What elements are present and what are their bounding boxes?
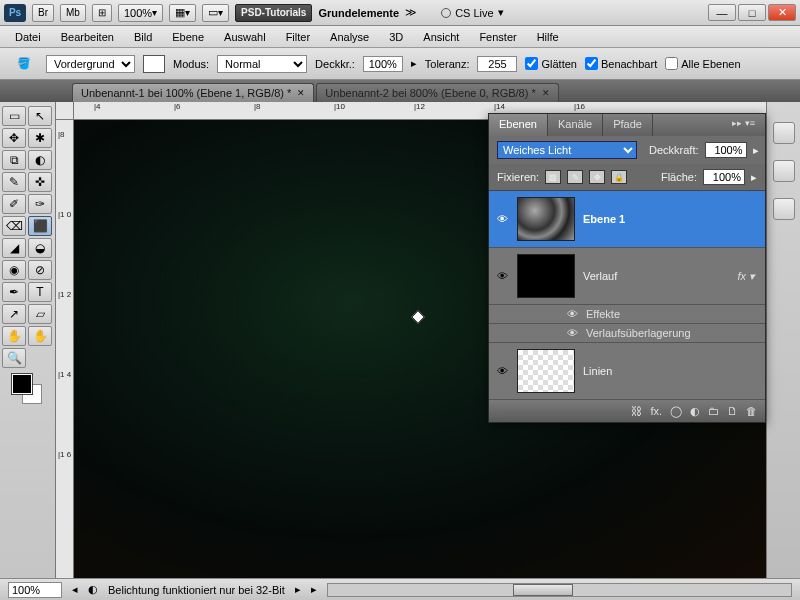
fx-badge-icon[interactable]: fx ▾	[737, 270, 755, 283]
layer-effects-header[interactable]: 👁Effekte	[489, 305, 765, 324]
zoom-input[interactable]	[8, 582, 62, 598]
3d-camera-tool[interactable]: ▱	[28, 304, 52, 324]
contiguous-checkbox[interactable]	[585, 57, 598, 70]
marquee-tool[interactable]: ▭	[2, 106, 26, 126]
link-layers-icon[interactable]: ⛓	[631, 405, 642, 417]
status-prev-icon[interactable]: ◂	[72, 583, 78, 596]
close-tab-icon[interactable]: ✕	[542, 88, 550, 98]
visibility-toggle-icon[interactable]: 👁	[495, 213, 509, 225]
fg-color-swatch[interactable]	[12, 374, 32, 394]
status-menu-icon[interactable]: ▸	[311, 583, 317, 596]
layer-effect-item[interactable]: 👁Verlaufsüberlagerung	[489, 324, 765, 343]
maximize-button[interactable]: □	[738, 4, 766, 21]
menu-ansicht[interactable]: Ansicht	[414, 28, 468, 46]
blur-tool[interactable]: ◢	[2, 238, 26, 258]
bridge-button[interactable]: Br	[32, 4, 54, 22]
lasso-tool[interactable]: ✥	[2, 128, 26, 148]
workspace-more-icon[interactable]: ≫	[405, 6, 417, 19]
new-layer-icon[interactable]: 🗋	[727, 405, 738, 417]
opacity-input[interactable]	[363, 56, 403, 72]
menu-fenster[interactable]: Fenster	[470, 28, 525, 46]
layer-blend-select[interactable]: Weiches Licht	[497, 141, 637, 159]
crop-tool[interactable]: ⧉	[2, 150, 26, 170]
move-tool[interactable]: ↖	[28, 106, 52, 126]
visibility-toggle-icon[interactable]: 👁	[495, 270, 509, 282]
paint-bucket-icon[interactable]: 🪣	[10, 53, 38, 75]
delete-layer-icon[interactable]: 🗑	[746, 405, 757, 417]
eyedropper-tool[interactable]: ◐	[28, 150, 52, 170]
tolerance-input[interactable]	[477, 56, 517, 72]
rotate-view-tool[interactable]: ✋	[28, 326, 52, 346]
layer-item[interactable]: 👁 Verlauf fx ▾	[489, 248, 765, 305]
menu-bild[interactable]: Bild	[125, 28, 161, 46]
healing-tool[interactable]: ✎	[2, 172, 26, 192]
layer-mask-icon[interactable]: ◯	[670, 405, 682, 418]
tab-pfade[interactable]: Pfade	[603, 114, 653, 136]
history-brush-tool[interactable]: ✑	[28, 194, 52, 214]
path-select-tool[interactable]: ✒	[2, 282, 26, 302]
visibility-toggle-icon[interactable]: 👁	[495, 365, 509, 377]
menu-auswahl[interactable]: Auswahl	[215, 28, 275, 46]
all-layers-checkbox[interactable]	[665, 57, 678, 70]
menu-datei[interactable]: Datei	[6, 28, 50, 46]
close-button[interactable]: ✕	[768, 4, 796, 21]
pen-tool[interactable]: ◉	[2, 260, 26, 280]
layer-name[interactable]: Verlauf	[583, 270, 729, 282]
brush-tool[interactable]: ✜	[28, 172, 52, 192]
tab-kanaele[interactable]: Kanäle	[548, 114, 603, 136]
menu-filter[interactable]: Filter	[277, 28, 319, 46]
panel-menu-icon[interactable]: ▸▸ ▾≡	[722, 114, 765, 136]
adjustment-layer-icon[interactable]: ◐	[690, 405, 700, 418]
tab-ebenen[interactable]: Ebenen	[489, 114, 548, 136]
menu-bearbeiten[interactable]: Bearbeiten	[52, 28, 123, 46]
layer-thumbnail[interactable]	[517, 349, 575, 393]
hand-tool[interactable]: ✋	[2, 326, 26, 346]
lock-all-icon[interactable]: 🔒	[611, 170, 627, 184]
arrange-button[interactable]: ▦ ▾	[169, 4, 196, 22]
minimize-button[interactable]: —	[708, 4, 736, 21]
opacity-flyout-icon[interactable]: ▸	[753, 144, 759, 157]
screenmode-button[interactable]: ▭ ▾	[202, 4, 229, 22]
menu-hilfe[interactable]: Hilfe	[528, 28, 568, 46]
fill-flyout-icon[interactable]: ▸	[751, 171, 757, 184]
menu-ebene[interactable]: Ebene	[163, 28, 213, 46]
shape-tool[interactable]: T	[28, 282, 52, 302]
status-next-icon[interactable]: ▸	[295, 583, 301, 596]
lock-position-icon[interactable]: ✥	[589, 170, 605, 184]
adjustments-panel-icon[interactable]	[773, 160, 795, 182]
lock-transparency-icon[interactable]: ▨	[545, 170, 561, 184]
zoom-level-button[interactable]: 100% ▾	[118, 4, 163, 22]
tutorials-button[interactable]: PSD-Tutorials	[235, 4, 312, 22]
document-tab-1[interactable]: Unbenannt-1 bei 100% (Ebene 1, RGB/8) *✕	[72, 83, 314, 102]
lock-pixels-icon[interactable]: ✎	[567, 170, 583, 184]
scrollbar-thumb[interactable]	[513, 584, 573, 596]
stamp-tool[interactable]: ✐	[2, 194, 26, 214]
layer-thumbnail[interactable]	[517, 197, 575, 241]
layer-fill-input[interactable]	[703, 169, 745, 185]
layer-group-icon[interactable]: 🗀	[708, 405, 719, 417]
dodge-tool[interactable]: ◒	[28, 238, 52, 258]
film-button[interactable]: ⊞	[92, 4, 112, 22]
layer-fx-icon[interactable]: fx.	[650, 405, 662, 417]
blend-mode-select[interactable]: Normal	[217, 55, 307, 73]
pattern-swatch[interactable]	[143, 55, 165, 73]
fill-source-select[interactable]: Vordergrund	[46, 55, 135, 73]
horizontal-scrollbar[interactable]	[327, 583, 792, 597]
masks-panel-icon[interactable]	[773, 198, 795, 220]
zoom-tool[interactable]: 🔍	[2, 348, 26, 368]
menu-analyse[interactable]: Analyse	[321, 28, 378, 46]
layer-thumbnail[interactable]	[517, 254, 575, 298]
cslive-button[interactable]: CS Live ▾	[441, 6, 504, 19]
opacity-arrow-icon[interactable]: ▸	[411, 57, 417, 70]
layer-opacity-input[interactable]	[705, 142, 747, 158]
paint-bucket-tool[interactable]: ⬛	[28, 216, 52, 236]
layer-name[interactable]: Ebene 1	[583, 213, 759, 225]
3d-tool[interactable]: ↗	[2, 304, 26, 324]
type-tool[interactable]: ⊘	[28, 260, 52, 280]
layers-panel-icon[interactable]	[773, 122, 795, 144]
color-swatches[interactable]	[12, 374, 44, 406]
workspace-label[interactable]: Grundelemente	[318, 7, 399, 19]
document-tab-2[interactable]: Unbenannt-2 bei 800% (Ebene 0, RGB/8) *✕	[316, 83, 558, 102]
minibridge-button[interactable]: Mb	[60, 4, 86, 22]
magic-wand-tool[interactable]: ✱	[28, 128, 52, 148]
